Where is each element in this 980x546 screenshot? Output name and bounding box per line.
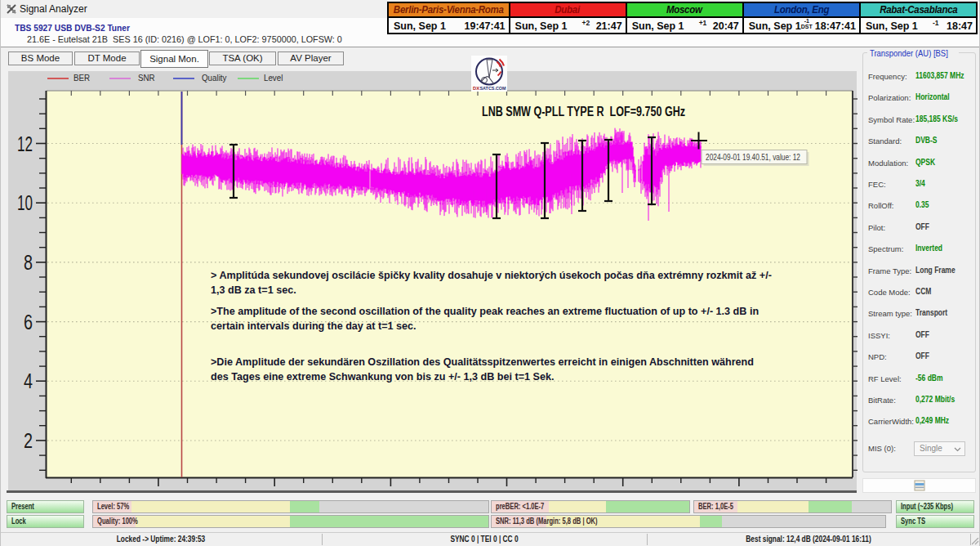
svg-text:>The amplitude of the second o: >The amplitude of the second oscillation… — [211, 306, 759, 317]
svg-text:8: 8 — [24, 250, 33, 275]
svg-text:>Die Amplitude der sekundären: >Die Amplitude der sekundären Oszillatio… — [211, 356, 754, 368]
svg-text:1,3 dB za t=1 sec.: 1,3 dB za t=1 sec. — [211, 284, 296, 296]
svg-text:DX: DX — [473, 85, 480, 91]
svg-text:2: 2 — [24, 428, 33, 453]
svg-text:6: 6 — [24, 310, 33, 334]
svg-text:10: 10 — [17, 190, 33, 215]
svg-text:SATCS.COM: SATCS.COM — [480, 85, 506, 91]
svg-text:LNB SMW Q-PLL TYPE R LOF=9.75: LNB SMW Q-PLL TYPE R LOF=9.750 GHz — [482, 105, 685, 119]
svg-text:certain intervals during the d: certain intervals during the day at t=1 … — [211, 320, 416, 332]
svg-text:des Tages eine extreme Schwank: des Tages eine extreme Schwankung von bi… — [211, 371, 554, 383]
svg-text:12: 12 — [17, 132, 33, 156]
svg-text:2024-09-01 19.40.51, value: 12: 2024-09-01 19.40.51, value: 12 — [706, 152, 800, 162]
svg-text:4: 4 — [24, 369, 33, 393]
svg-text:> Amplitúda sekundovej oscilác: > Amplitúda sekundovej oscilácie špičky … — [211, 270, 772, 281]
